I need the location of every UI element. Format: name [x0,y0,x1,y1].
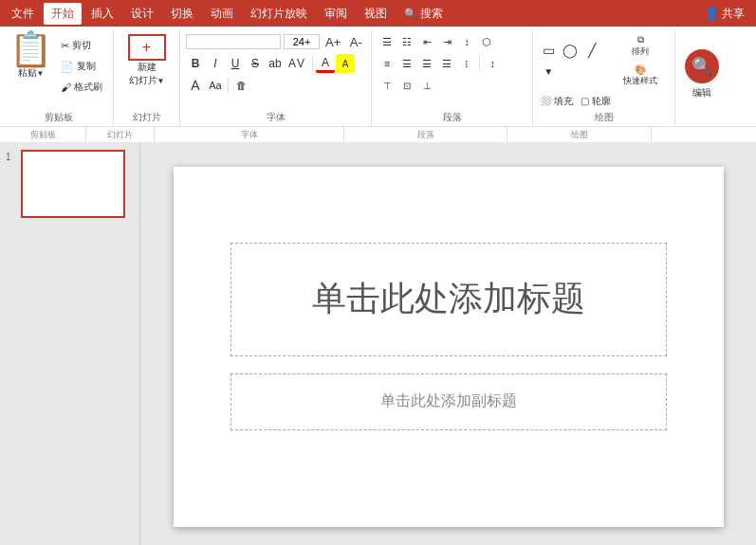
shape-more-btn[interactable]: ▼ [539,62,558,81]
paragraph-section-label: 段落 [344,127,507,142]
slide-number-1: 1 [6,150,17,162]
shape-outline-button[interactable]: ▢ 轮廓 [578,92,614,111]
clear-format-button[interactable]: 🗑 [231,76,250,95]
para-sep [479,56,480,71]
cut-button[interactable]: ✂ 剪切 [58,36,105,55]
slide-canvas[interactable]: 单击此处添加标题 单击此处添加副标题 [174,167,724,527]
quick-styles-button[interactable]: 🎨 快速样式 [618,63,663,89]
scissors-icon: ✂ [61,40,69,52]
shape-fill-button[interactable]: ▨ 填充 [539,92,576,111]
ribbon: 📋 粘贴 ▼ ✂ 剪切 📄 复制 🖌 [0,27,756,142]
slides-section-label: 幻灯片 [86,127,155,142]
slide-1-container: 1 [6,150,134,218]
font-color-2[interactable]: Aa [206,76,225,95]
paragraph-section: ☰ ☷ ⇤ ⇥ ↕ ⬡ ≡ ☰ ☰ ☰ ⫶ ↕ ⊤ ⊡ ⊥ 段落 [372,30,533,126]
shape-rect-btn[interactable]: ▭ [539,41,558,60]
format-painter-button[interactable]: 🖌 格式刷 [58,78,105,97]
clipboard-section-label: 剪贴板 [0,127,86,142]
copy-icon: 📄 [61,61,74,73]
columns-button[interactable]: ⫶ [457,54,476,73]
shape-line-btn[interactable]: ╱ [582,41,601,60]
text-shadow-button[interactable]: ab [266,54,285,73]
new-slide-icon: + [128,34,166,61]
text-direction-button[interactable]: ↕ [457,32,476,51]
align-right-button[interactable]: ☰ [417,54,436,73]
menu-view[interactable]: 视图 [357,3,395,25]
search-button[interactable]: 🔍 [685,49,719,83]
bullets-button[interactable]: ☰ [378,32,396,51]
bold-button[interactable]: B [186,54,205,73]
arrange-button[interactable]: ⧉ 排列 [618,32,663,60]
font-size-up2[interactable]: A [186,76,205,95]
separator [312,56,313,71]
font-size-input[interactable] [284,34,320,49]
font-color-button[interactable]: A [316,54,335,73]
editing-section: 🔍 编辑 [675,30,728,126]
font-section-label: 字体 [155,127,344,142]
slide-canvas-area: 单击此处添加标题 单击此处添加副标题 [140,142,756,545]
align-top-button[interactable]: ⊤ [378,76,396,95]
menu-share[interactable]: 👤 共享 [697,3,752,25]
copy-button[interactable]: 📄 复制 [58,57,105,76]
menu-search[interactable]: 🔍 搜索 [396,3,451,25]
line-spacing-button[interactable]: ↕ [483,54,502,73]
person-icon: 👤 [705,7,719,20]
char-spacing-button[interactable]: AV [286,54,309,73]
font-label: 字体 [180,111,371,124]
clipboard-label: 剪贴板 [4,111,113,124]
title-placeholder[interactable]: 单击此处添加标题 [230,243,667,356]
paste-icon: 📋 [9,32,52,66]
align-left-button[interactable]: ≡ [378,54,396,73]
paragraph-label: 段落 [372,111,532,124]
drawing-label: 绘图 [533,111,674,124]
section-labels-row: 剪贴板 幻灯片 字体 段落 绘图 [0,127,756,142]
increase-font-button[interactable]: A+ [323,32,343,51]
align-center-button[interactable]: ☰ [397,54,416,73]
menu-home[interactable]: 开始 [44,3,82,25]
subtitle-placeholder-text: 单击此处添加副标题 [380,391,517,411]
menu-insert[interactable]: 插入 [83,3,121,25]
slide-panel: 1 [0,142,140,545]
paste-label: 粘贴 ▼ [18,66,45,80]
decrease-indent-button[interactable]: ⇤ [417,32,436,51]
slides-section: + 新建 幻灯片 ▼ 幻灯片 [114,30,180,126]
shape-oval-btn[interactable]: ◯ [560,41,581,60]
main-area: 1 单击此处添加标题 单击此处添加副标题 [0,142,756,545]
arrange-icon: ⧉ [637,34,644,45]
menu-review[interactable]: 审阅 [317,3,355,25]
separator2 [228,78,229,93]
numbering-button[interactable]: ☷ [397,32,416,51]
menu-design[interactable]: 设计 [123,3,161,25]
decrease-font-button[interactable]: A- [346,32,365,51]
format-painter-icon: 🖌 [61,82,71,93]
increase-indent-button[interactable]: ⇥ [437,32,456,51]
underline-button[interactable]: U [226,54,245,73]
strikethrough-button[interactable]: S [246,54,265,73]
drawing-section-label: 绘图 [507,127,652,142]
menu-slideshow[interactable]: 幻灯片放映 [243,3,315,25]
text-highlight-button[interactable]: A [336,54,355,73]
menu-transitions[interactable]: 切换 [163,3,201,25]
search-icon: 🔍 [404,8,417,20]
drawing-section: ▭ ◯ ╱ ▼ ⧉ 排列 🎨 快速样式 ▨ 填充 [533,30,675,126]
editing-label: 编辑 [692,86,711,100]
justify-button[interactable]: ☰ [437,54,456,73]
align-bottom-button[interactable]: ⊥ [417,76,436,95]
subtitle-placeholder[interactable]: 单击此处添加副标题 [230,373,667,430]
menu-bar: 文件 开始 插入 设计 切换 动画 幻灯片放映 审阅 视图 🔍 搜索 👤 共享 [0,0,756,27]
convert-smartart-button[interactable]: ⬡ [477,32,496,51]
font-section: A+ A- B I U S ab AV A A A Aa 🗑 字体 [180,30,372,126]
menu-file[interactable]: 文件 [4,3,42,25]
styles-icon: 🎨 [635,64,646,75]
slide-thumbnail-1[interactable] [21,150,125,218]
align-middle-button[interactable]: ⊡ [397,76,416,95]
new-slide-button[interactable]: + 新建 幻灯片 ▼ [120,34,174,87]
font-name-input[interactable] [186,34,281,49]
new-slide-label: 新建 [138,61,157,74]
menu-animations[interactable]: 动画 [203,3,241,25]
paste-button[interactable]: 📋 粘贴 ▼ [9,32,52,80]
title-placeholder-text: 单击此处添加标题 [312,276,585,322]
clipboard-section: 📋 粘贴 ▼ ✂ 剪切 📄 复制 🖌 [4,30,114,126]
slides-label: 幻灯片 [114,111,179,124]
italic-button[interactable]: I [206,54,225,73]
